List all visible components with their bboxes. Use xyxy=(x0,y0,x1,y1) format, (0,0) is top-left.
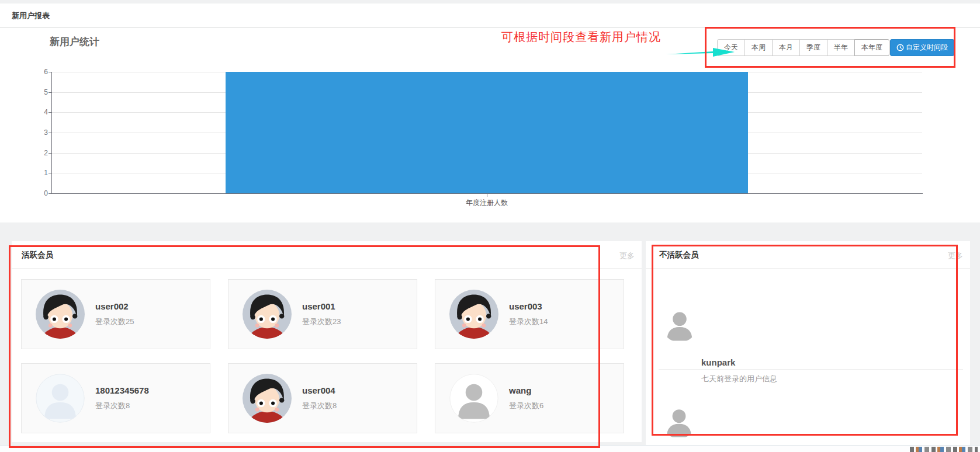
x-axis-tick xyxy=(487,193,487,197)
user-login-count: 登录次数23 xyxy=(302,317,341,327)
active-user-card[interactable]: user001 登录次数23 xyxy=(228,279,417,349)
user-name: 18012345678 xyxy=(95,385,149,395)
user-name: kunpark xyxy=(701,357,735,367)
inactive-members-more-link[interactable]: 更多 xyxy=(948,251,963,261)
active-user-card[interactable]: user004 登录次数8 xyxy=(228,363,417,433)
page-title: 新用户报表 xyxy=(12,4,50,27)
user-login-count: 登录次数8 xyxy=(302,401,337,411)
y-axis-tick xyxy=(49,153,51,154)
user-login-count: 登录次数25 xyxy=(95,317,134,327)
user-desc: 七天前登录的用户信息 xyxy=(701,374,777,384)
custom-time-range-label: 自定义时间段 xyxy=(906,43,948,53)
user-meta: user001 登录次数23 xyxy=(302,301,341,327)
divider xyxy=(659,369,963,370)
user-name: user004 xyxy=(302,385,337,395)
user-name: wang xyxy=(509,385,543,395)
user-login-count: 登录次数14 xyxy=(509,317,548,327)
active-user-card[interactable]: user003 登录次数14 xyxy=(435,279,624,349)
y-axis-tick xyxy=(49,72,51,72)
boy-avatar-icon xyxy=(36,290,85,339)
user-name: user003 xyxy=(509,301,548,311)
inactive-members-header: 不活跃会员 更多 xyxy=(646,241,970,268)
page-header-bar: 新用户报表 xyxy=(0,4,980,27)
divider xyxy=(646,268,970,269)
y-axis-tick xyxy=(49,133,51,133)
active-user-card[interactable]: user002 登录次数25 xyxy=(21,279,210,349)
active-members-card-grid: user002 登录次数25 user001 登录次数23 user00 xyxy=(21,279,632,433)
boy-avatar-icon xyxy=(243,290,292,339)
active-members-panel: 活跃会员 更多 user002 登录次数25 user001 xyxy=(12,241,642,442)
active-members-header: 活跃会员 更多 xyxy=(12,241,642,268)
active-user-card[interactable]: wang 登录次数6 xyxy=(435,363,624,433)
x-axis-line xyxy=(49,193,923,194)
new-user-chart-panel: 新用户统计 今天 本周 本月 季度 半年 本年度 自定义时间段 0123456年… xyxy=(0,28,980,222)
y-axis-label: 1 xyxy=(33,168,48,178)
y-axis-label: 2 xyxy=(33,148,48,158)
inactive-members-title: 不活跃会员 xyxy=(659,250,699,260)
boy-avatar-icon xyxy=(243,374,292,423)
divider xyxy=(12,268,642,269)
gray-silhouette-avatar-icon xyxy=(449,374,498,423)
time-button-month[interactable]: 本月 xyxy=(772,39,800,56)
time-button-week[interactable]: 本周 xyxy=(744,39,773,56)
time-button-halfyear[interactable]: 半年 xyxy=(827,39,855,56)
time-button-today[interactable]: 今天 xyxy=(717,39,745,56)
boy-avatar-icon xyxy=(449,290,498,339)
clipped-next-row xyxy=(0,445,980,452)
y-axis-tick xyxy=(49,173,51,173)
y-axis-label: 6 xyxy=(33,67,48,77)
active-members-more-link[interactable]: 更多 xyxy=(619,251,635,261)
user-meta: user004 登录次数8 xyxy=(302,385,337,411)
user-meta: user003 登录次数14 xyxy=(509,301,548,327)
user-login-count: 登录次数8 xyxy=(95,401,149,411)
x-axis-category-label: 年度注册人数 xyxy=(51,198,922,208)
active-members-title: 活跃会员 xyxy=(22,250,53,260)
active-user-card[interactable]: 18012345678 登录次数8 xyxy=(21,363,210,433)
custom-time-range-button[interactable]: 自定义时间段 xyxy=(890,39,954,56)
user-login-count: 登录次数6 xyxy=(509,401,543,411)
bar-chart-plot: 0123456年度注册人数 xyxy=(51,72,922,193)
time-range-button-group: 今天 本周 本月 季度 半年 本年度 xyxy=(717,39,889,56)
chart-title: 新用户统计 xyxy=(50,35,99,48)
y-axis-tick xyxy=(49,92,51,93)
y-axis-label: 4 xyxy=(33,107,48,117)
user-meta: 18012345678 登录次数8 xyxy=(95,385,149,411)
time-button-year[interactable]: 本年度 xyxy=(854,39,889,56)
clock-icon xyxy=(896,44,904,51)
user-name: user002 xyxy=(95,301,134,311)
y-axis-label: 0 xyxy=(33,189,48,198)
user-meta: user002 登录次数25 xyxy=(95,301,134,327)
user-meta: wang 登录次数6 xyxy=(509,385,543,411)
gray-silhouette-avatar-icon xyxy=(662,404,698,440)
user-name: user001 xyxy=(302,301,341,311)
y-axis-tick xyxy=(49,112,51,113)
y-axis-tick xyxy=(49,193,51,194)
clipped-watermark-text xyxy=(910,447,978,452)
chart-bar xyxy=(226,72,748,193)
light-silhouette-avatar-icon xyxy=(36,374,85,423)
new-user-report-page: 新用户报表 新用户统计 今天 本周 本月 季度 半年 本年度 自定义时间段 01… xyxy=(0,0,980,452)
gray-silhouette-avatar-icon xyxy=(662,306,698,342)
inactive-members-panel: 不活跃会员 更多 kunpark 七天前登录的用户信息 1111 七天前登录的用… xyxy=(646,241,970,445)
time-button-quarter[interactable]: 季度 xyxy=(799,39,827,56)
y-axis-label: 5 xyxy=(33,88,48,97)
y-axis-label: 3 xyxy=(33,128,48,137)
